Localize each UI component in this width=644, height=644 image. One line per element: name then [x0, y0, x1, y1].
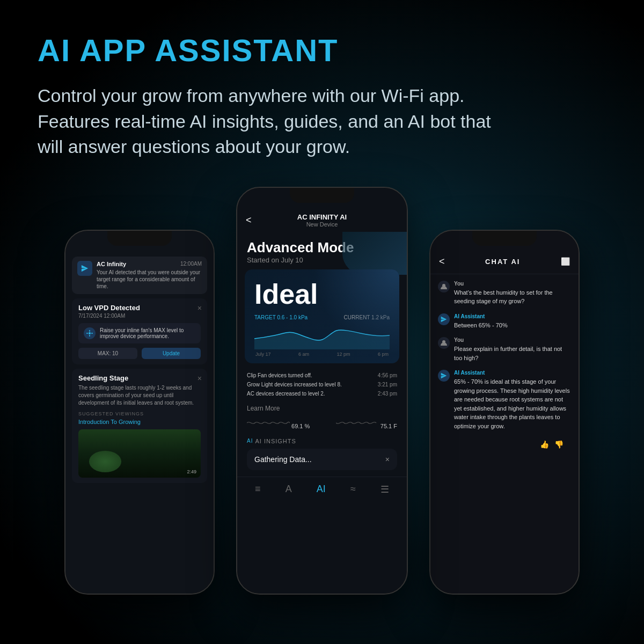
alert-title: Low VPD Detected [78, 304, 201, 312]
message-row-2: AI Assistant Between 65% - 70% [438, 313, 571, 330]
seedling-image [78, 429, 201, 478]
gathering-close-button[interactable]: × [385, 455, 390, 464]
message-text-3: Please explain in further detail, is tha… [454, 345, 571, 362]
notification-brand: AC Infinity [97, 261, 126, 267]
center-app-name: AC INFINITY AI [297, 213, 347, 221]
center-device-name: New Device [297, 221, 347, 228]
left-phone: AC Infinity 12:00AM Your AI detected tha… [64, 230, 215, 595]
learn-more-link[interactable]: Learn More [237, 401, 407, 415]
alert-date: 7/17/2024 12:00AM [78, 313, 201, 319]
message-text-2: Between 65% - 70% [454, 321, 571, 330]
chat-back-button[interactable]: < [439, 256, 445, 267]
event-text-3: AC devices decreased to level 2. [247, 391, 325, 397]
mode-bg-decoration [342, 232, 407, 275]
bottom-nav: ≡ A AI ≈ ☰ [237, 477, 407, 499]
ai-insights-section: AI AI INSIGHTS Gathering Data... × [237, 434, 407, 472]
send-icon [81, 265, 89, 272]
message-content-3: You Please explain in further detail, is… [454, 337, 571, 362]
message-sender-2: AI Assistant [454, 313, 571, 319]
left-phone-notch [107, 231, 172, 246]
right-screen-content: < CHAT AI ⬜ You What' [430, 231, 579, 594]
notification-text: Your AI detected that you were outside y… [97, 269, 202, 290]
suggested-link[interactable]: Introduction To Growing [78, 419, 201, 425]
alert-close-button[interactable]: × [197, 304, 202, 312]
feedback-row: 👍 👎 [438, 438, 571, 451]
page-content: AI APP ASSISTANT Control your grow from … [0, 0, 644, 605]
nav-icon-chart[interactable]: ≈ [350, 484, 356, 495]
page-title: AI APP ASSISTANT [38, 32, 606, 68]
humidity-value-left: 69.1 % [291, 423, 310, 429]
message-content-4: AI Assistant 65% - 70% is ideal at this … [454, 370, 571, 430]
thumbs-up-button[interactable]: 👍 [540, 440, 549, 449]
center-phone-screen: < AC INFINITY AI New Device Advanced Mod… [237, 188, 407, 594]
nav-icon-menu[interactable]: ≡ [255, 484, 261, 495]
nav-icon-list[interactable]: ☰ [380, 484, 389, 495]
events-list: Clip Fan devices turned off. 4:56 pm Gro… [237, 369, 407, 401]
svg-point-0 [89, 332, 91, 334]
alert-buttons: MAX: 10 Update [78, 348, 201, 359]
alert-action-text: Raise your inline fan's MAX level to imp… [100, 327, 195, 339]
message-text-1: What's the best humidity to set for the … [454, 288, 571, 306]
chat-close-button[interactable]: ⬜ [561, 257, 570, 266]
page-subtitle: Control your grow from anywhere with our… [38, 83, 521, 160]
gathering-text: Gathering Data... [254, 455, 312, 464]
seedling-title: Seedling Stage [78, 374, 201, 382]
center-back-button[interactable]: < [246, 215, 252, 226]
avatar-ai-1 [438, 313, 450, 325]
center-title-wrap: AC INFINITY AI New Device [297, 213, 347, 228]
message-row-1: You What's the best humidity to set for … [438, 281, 571, 306]
chat-header: < CHAT AI ⬜ [430, 250, 579, 274]
gathering-card: Gathering Data... × [247, 449, 397, 470]
thumbs-down-button[interactable]: 👎 [554, 440, 564, 449]
nav-icon-text[interactable]: A [286, 484, 292, 495]
event-time-2: 3:21 pm [378, 382, 397, 387]
message-text-4: 65% - 70% is ideal at this stage of your… [454, 377, 571, 430]
chat-title: CHAT AI [485, 258, 520, 266]
chart-target-label: TARGET 0.6 - 1.0 kPa [254, 314, 308, 320]
center-phone-notch [290, 188, 354, 203]
notification-content: AC Infinity 12:00AM Your AI detected tha… [97, 261, 202, 290]
message-content-1: You What's the best humidity to set for … [454, 281, 571, 306]
event-time-1: 4:56 pm [378, 372, 397, 378]
alert-action: Raise your inline fan's MAX level to imp… [78, 323, 201, 343]
status-word: Ideal [254, 278, 390, 310]
phones-container: AC Infinity 12:00AM Your AI detected tha… [38, 187, 606, 605]
left-screen-content: AC Infinity 12:00AM Your AI detected tha… [65, 231, 214, 594]
action-fan-icon [84, 327, 96, 339]
ideal-card: Ideal TARGET 0.6 - 1.0 kPa CURRENT 1.2 k… [245, 269, 399, 363]
humidity-wave-left [247, 418, 290, 428]
notification-bar: AC Infinity 12:00AM Your AI detected tha… [72, 257, 207, 294]
avatar-ai-2 [438, 370, 450, 382]
max-button[interactable]: MAX: 10 [78, 348, 137, 359]
ai-insights-label: AI AI INSIGHTS [247, 438, 397, 444]
plant-visual [78, 429, 201, 478]
message-row-3: You Please explain in further detail, is… [438, 337, 571, 362]
event-row-1: Clip Fan devices turned off. 4:56 pm [247, 371, 397, 380]
center-screen-content: < AC INFINITY AI New Device Advanced Mod… [237, 188, 407, 594]
right-phone: < CHAT AI ⬜ You What' [429, 230, 580, 595]
avatar-user-2 [438, 337, 450, 349]
humidity-value-right: 75.1 F [380, 423, 397, 429]
nav-icon-ai[interactable]: AI [317, 484, 326, 495]
event-text-2: Grow Light devices increased to level 8. [247, 382, 342, 387]
time-label-2: 6 am [298, 352, 309, 357]
chat-messages: You What's the best humidity to set for … [430, 274, 579, 565]
seedling-close-button[interactable]: × [197, 374, 202, 383]
mode-section: Advanced Mode Started on July 10 [237, 232, 407, 269]
humidity-right: 75.1 F [336, 418, 397, 429]
notification-header: AC Infinity 12:00AM [97, 261, 202, 267]
notification-time: 12:00AM [180, 261, 202, 267]
event-row-2: Grow Light devices increased to level 8.… [247, 380, 397, 389]
update-button[interactable]: Update [142, 348, 201, 359]
avatar-user-1 [438, 281, 450, 292]
alert-card: Low VPD Detected 7/17/2024 12:00AM × Rai… [72, 298, 207, 364]
message-sender-4: AI Assistant [454, 370, 571, 376]
notif-brand-icon [77, 261, 92, 276]
right-phone-notch [472, 231, 537, 246]
message-sender-1: You [454, 281, 571, 287]
event-text-1: Clip Fan devices turned off. [247, 372, 312, 378]
humidity-left: 69.1 % [247, 418, 310, 429]
seedling-text: The seedling stage lasts roughly 1-2 wee… [78, 384, 201, 407]
seedling-card: Seedling Stage The seedling stage lasts … [72, 369, 207, 483]
humidity-wave-right [336, 418, 379, 428]
